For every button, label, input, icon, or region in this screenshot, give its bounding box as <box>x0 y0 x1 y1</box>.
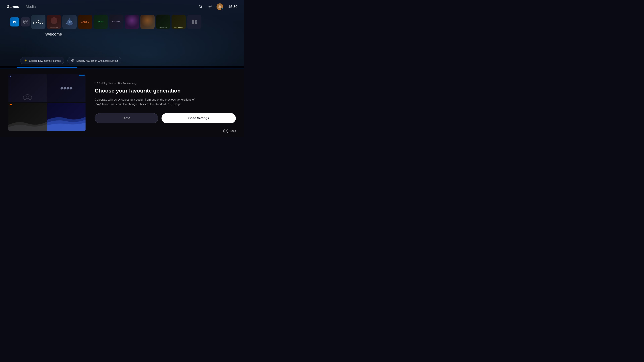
game-icons-row: THE FINALS SILENT HILL 2 DEAD ISLAND 2 A… <box>10 15 238 29</box>
svg-rect-12 <box>195 22 197 24</box>
circle-icon <box>224 129 228 133</box>
game-icon-silent-hill-2[interactable]: SILENT HILL 2 <box>47 15 61 29</box>
theme-preview-1[interactable]: ▶ <box>8 74 46 102</box>
theme-preview-2[interactable] <box>47 74 86 102</box>
nav-media[interactable]: Media <box>26 4 36 9</box>
game-icon-avatar[interactable]: AVATAR <box>94 15 108 29</box>
svg-point-16 <box>225 130 227 132</box>
dialog-progress-bar-container <box>17 67 77 68</box>
svg-rect-11 <box>192 22 194 24</box>
dialog-title: Choose your favourite generation <box>95 87 236 94</box>
ps-symbols-icon[interactable] <box>21 17 30 26</box>
all-apps-icon[interactable] <box>187 15 202 29</box>
dialog-content: 3 / 3 - PlayStation 30th Anniversary Cho… <box>86 82 236 123</box>
svg-point-8 <box>68 21 70 23</box>
search-button[interactable] <box>198 4 204 10</box>
dialog-buttons: Close Go to Settings <box>95 113 236 123</box>
dialog-description: Celebrate with us by selecting a design … <box>95 97 196 106</box>
settings-button[interactable] <box>207 4 213 10</box>
layout-icon <box>71 59 75 62</box>
svg-point-2 <box>210 6 211 7</box>
user-avatar[interactable] <box>216 3 223 10</box>
top-icons-group: 15:30 <box>198 3 238 10</box>
top-navigation-bar: Games Media 15:30 <box>0 0 244 13</box>
close-button[interactable]: Close <box>95 113 158 123</box>
game-icon-the-finals[interactable]: THE FINALS <box>31 15 46 29</box>
system-clock: 15:30 <box>228 4 238 9</box>
svg-rect-10 <box>195 19 197 22</box>
game-icon-last-of-us[interactable]: THE LAST OF US II <box>156 15 170 29</box>
ps-plus-icon: ✦ <box>24 59 27 62</box>
ps-store-icon[interactable] <box>10 17 19 26</box>
monthly-games-button[interactable]: ✦ Explore new monthly games <box>20 57 64 64</box>
game-icon-ratchet-clank[interactable] <box>140 15 155 29</box>
go-to-settings-button[interactable]: Go to Settings <box>162 113 236 123</box>
nav-games[interactable]: Games <box>7 4 19 9</box>
game-icon-dead-island[interactable]: DEAD ISLAND 2 <box>78 15 92 29</box>
svg-rect-5 <box>26 20 27 22</box>
dialog-progress-bar <box>17 67 77 68</box>
theme-preview-3[interactable] <box>8 103 46 131</box>
suggestion-bar: ✦ Explore new monthly games Simplify nav… <box>20 57 122 64</box>
dialog-counter: 3 / 3 - PlayStation 30th Anniversary <box>95 82 236 85</box>
back-button[interactable]: Back <box>224 129 236 133</box>
large-layout-label: Simplify navigation with Large Layout <box>76 59 118 62</box>
svg-rect-9 <box>192 19 194 22</box>
theme-preview-4[interactable] <box>47 103 86 131</box>
welcome-text: Welcome <box>45 32 62 36</box>
svg-point-6 <box>26 22 27 24</box>
svg-point-3 <box>219 5 221 7</box>
game-icon-space-marine[interactable] <box>62 15 77 29</box>
dialog-area: ▶ <box>0 68 244 137</box>
avatar-online-badge <box>221 8 223 10</box>
game-icon-kayak-vr[interactable]: KAYAK VR MIRAGE <box>172 15 186 29</box>
monthly-games-label: Explore new monthly games <box>29 59 60 62</box>
game-icon-darktide[interactable]: DARKTIDE <box>109 15 124 29</box>
back-label: Back <box>230 130 236 133</box>
svg-point-15 <box>28 96 29 97</box>
game-icon-chronodark[interactable] <box>125 15 139 29</box>
large-layout-button[interactable]: Simplify navigation with Large Layout <box>68 57 122 64</box>
svg-rect-4 <box>23 20 25 22</box>
svg-line-1 <box>201 7 202 8</box>
theme-preview-grid: ▶ <box>8 74 86 131</box>
svg-point-14 <box>26 96 26 97</box>
